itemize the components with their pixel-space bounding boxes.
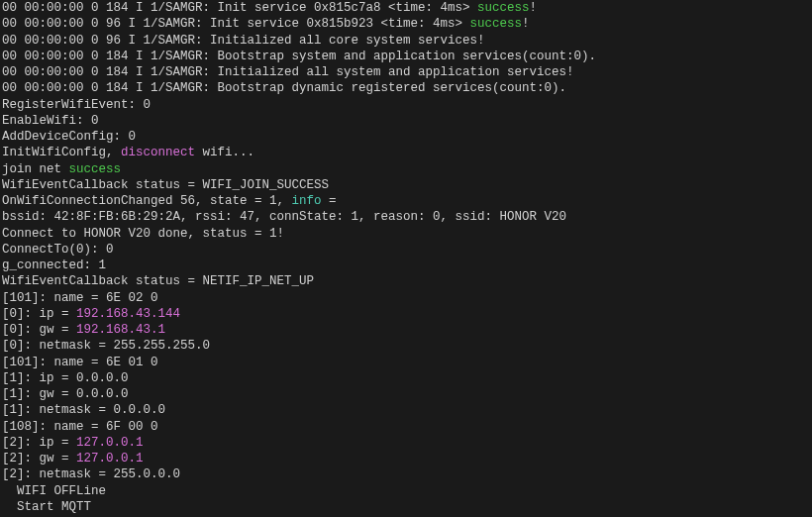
log-segment: ! [522,17,530,31]
log-segment: RegisterWifiEvent: 0 [2,98,151,112]
log-line: WifiEventCallback status = NETIF_IP_NET_… [2,273,810,289]
log-segment: wifi... [195,146,254,159]
log-segment: join net [2,162,69,176]
log-segment: Start MQTT [2,500,91,514]
log-segment: EnableWifi: 0 [2,114,99,128]
log-segment: bssid: 42:8F:FB:6B:29:2A, rssi: 47, conn… [2,210,566,224]
log-line: g_connected: 1 [2,258,810,273]
log-segment: [101]: name = 6E 02 0 [2,291,158,305]
log-line: [0]: ip = 192.168.43.144 [2,306,810,322]
log-line: 00 00:00:00 0 184 I 1/SAMGR: Bootstrap d… [2,80,810,96]
log-segment: success [69,162,122,176]
log-line: 00 00:00:00 0 96 I 1/SAMGR: Initialized … [2,33,810,49]
log-segment: Connect to HONOR V20 done, status = 1! [2,227,284,241]
log-line: [0]: gw = 192.168.43.1 [2,322,810,338]
log-line: WIFI OFFLine [2,483,810,499]
log-segment: [1]: gw = 0.0.0.0 [2,387,129,401]
log-line: [101]: name = 6E 01 0 [2,355,810,370]
log-segment: disconnect [121,146,195,159]
log-line: 00 00:00:00 0 184 I 1/SAMGR: Bootstrap s… [2,49,810,64]
log-line: WifiEventCallback status = WIFI_JOIN_SUC… [2,177,810,193]
log-segment: [2]: ip = [2,436,76,450]
log-line: [0]: netmask = 255.255.255.0 [2,338,810,354]
log-segment: info [292,194,322,208]
log-segment: WifiEventCallback status = NETIF_IP_NET_… [2,274,314,288]
log-segment: 127.0.0.1 [76,436,144,450]
log-line: ConnectTo(0): 0 [2,242,810,258]
log-segment: [0]: gw = [2,323,76,337]
log-segment: [0]: netmask = 255.255.255.0 [2,339,210,353]
log-segment: WifiEventCallback status = WIFI_JOIN_SUC… [2,178,329,192]
log-segment: g_connected: 1 [2,258,106,272]
log-segment: 00 00:00:00 0 96 I 1/SAMGR: Init service… [2,17,470,31]
log-line: AddDeviceConfig: 0 [2,129,810,145]
log-line: [2]: ip = 127.0.0.1 [2,435,810,451]
log-segment: 00 00:00:00 0 184 I 1/SAMGR: Bootstrap s… [2,50,596,63]
log-segment: 00 00:00:00 0 184 I 1/SAMGR: Init servic… [2,1,477,15]
log-line: [2]: gw = 127.0.0.1 [2,451,810,466]
log-line: OnWifiConnectionChanged 56, state = 1, i… [2,193,810,209]
log-segment: [108]: name = 6F 00 0 [2,420,158,434]
log-line: [1]: gw = 0.0.0.0 [2,386,810,402]
log-segment: [101]: name = 6E 01 0 [2,356,158,369]
log-line: join net success [2,161,810,177]
log-line: RegisterWifiEvent: 0 [2,97,810,113]
log-line: 00 00:00:00 0 184 I 1/SAMGR: Initialized… [2,64,810,80]
log-line: Connect to HONOR V20 done, status = 1! [2,226,810,242]
log-line: [101]: name = 6E 02 0 [2,290,810,306]
log-line: bssid: 42:8F:FB:6B:29:2A, rssi: 47, conn… [2,209,810,225]
log-line: [1]: netmask = 0.0.0.0 [2,402,810,418]
log-segment: 00 00:00:00 0 184 I 1/SAMGR: Initialized… [2,65,574,79]
terminal-output: 00 00:00:00 0 184 I 1/SAMGR: Init servic… [0,0,812,517]
log-segment: 192.168.43.1 [76,323,165,337]
log-segment: ! [530,1,538,15]
log-segment: success [477,1,530,15]
log-line: [2]: netmask = 255.0.0.0 [2,466,810,482]
log-segment: AddDeviceConfig: 0 [2,130,136,144]
log-segment: OnWifiConnectionChanged 56, state = 1, [2,194,292,208]
log-segment: [0]: ip = [2,307,76,321]
log-segment: [1]: ip = 0.0.0.0 [2,371,129,385]
log-line: Start MQTT [2,499,810,515]
log-line: EnableWifi: 0 [2,113,810,129]
log-line: 00 00:00:00 0 96 I 1/SAMGR: Init service… [2,16,810,32]
log-segment: [2]: netmask = 255.0.0.0 [2,467,180,481]
log-segment: WIFI OFFLine [2,484,106,498]
log-line: [1]: ip = 0.0.0.0 [2,370,810,386]
log-segment: [2]: gw = [2,452,76,465]
log-segment: 00 00:00:00 0 184 I 1/SAMGR: Bootstrap d… [2,81,566,95]
log-segment: [1]: netmask = 0.0.0.0 [2,403,165,417]
log-segment: InitWifiConfig, [2,146,121,159]
log-segment: ConnectTo(0): 0 [2,243,114,257]
log-line: InitWifiConfig, disconnect wifi... [2,145,810,160]
log-segment: 192.168.43.144 [76,307,180,321]
log-segment: 00 00:00:00 0 96 I 1/SAMGR: Initialized … [2,34,485,48]
log-line: [108]: name = 6F 00 0 [2,419,810,435]
log-segment: success [470,17,523,31]
log-line: 00 00:00:00 0 184 I 1/SAMGR: Init servic… [2,0,810,16]
log-segment: = [322,194,337,208]
log-segment: 127.0.0.1 [76,452,144,465]
